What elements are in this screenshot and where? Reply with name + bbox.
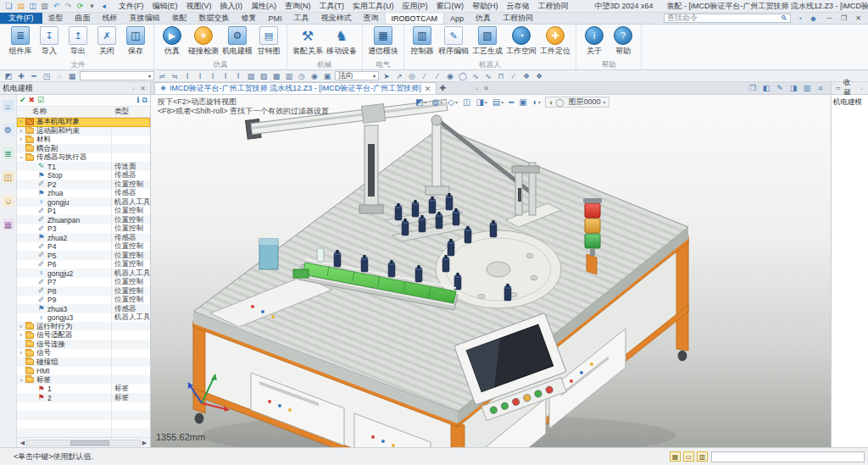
point-icon[interactable]: ◎: [407, 71, 417, 81]
new-tab-button[interactable]: ✚: [437, 82, 448, 94]
menu-item[interactable]: 视图(V): [182, 0, 216, 13]
panel-close-icon[interactable]: ✕: [138, 85, 147, 92]
dock-icon[interactable]: ❐: [748, 83, 758, 93]
add-icon[interactable]: ✚: [16, 71, 26, 81]
open-icon[interactable]: ▤: [15, 1, 26, 11]
line2-icon[interactable]: ∕: [432, 71, 442, 81]
info-icon[interactable]: ℹ: [136, 97, 139, 104]
select-icon[interactable]: ◩: [3, 71, 14, 81]
table-icon[interactable]: ▦: [67, 71, 77, 81]
normal-combo[interactable]: 法向▾: [335, 71, 379, 80]
clip-icon[interactable]: ◗▾: [532, 97, 541, 107]
ribbon-tab-数据交换[interactable]: 数据交换: [193, 13, 236, 24]
dropdown-icon[interactable]: ▾: [86, 1, 97, 11]
ribbon-button-导入[interactable]: ↧导入: [35, 25, 64, 59]
menu-item[interactable]: 查询(N): [281, 0, 315, 13]
status-input[interactable]: [711, 451, 865, 462]
slash-icon[interactable]: ∕: [509, 71, 519, 81]
ribbon-button-装配关系[interactable]: ⚒装配关系: [291, 25, 325, 59]
list-icon[interactable]: ▥: [802, 83, 812, 93]
menu-item[interactable]: 云存储: [503, 0, 534, 13]
menu-item[interactable]: 编辑(E): [148, 0, 182, 13]
snap3-icon[interactable]: Ⅰ: [208, 71, 218, 81]
ribbon-button-工件定位[interactable]: ✚工件定位: [538, 25, 572, 59]
box1-icon[interactable]: ▧: [246, 71, 256, 81]
target-icon[interactable]: ◉: [309, 71, 320, 81]
expand-arrow-icon[interactable]: ›: [17, 350, 25, 357]
ribbon-tab-修复[interactable]: 修复: [236, 13, 263, 24]
spline-icon[interactable]: ∿: [470, 71, 481, 81]
snap2-icon[interactable]: Ⅰ: [195, 71, 205, 81]
file-tab[interactable]: 文件(F): [0, 13, 42, 24]
ribbon-tab-曲面[interactable]: 曲面: [70, 13, 97, 24]
leaf2-icon[interactable]: ❖: [534, 71, 544, 81]
verify-icon[interactable]: ☑: [37, 97, 44, 104]
tabgroup-close-icon[interactable]: ✕: [481, 85, 491, 92]
ribbon-button-控制器[interactable]: ▥控制器: [408, 25, 437, 59]
ribbon-tab-App[interactable]: App: [444, 13, 470, 24]
menu-item[interactable]: 插入(I): [216, 0, 248, 13]
fav-restore-icon[interactable]: ▫: [857, 85, 866, 92]
ribbon-button-关于[interactable]: i关于: [580, 25, 609, 59]
close-icon[interactable]: ✕: [851, 14, 865, 22]
menu-item[interactable]: 工具(T): [315, 0, 349, 13]
restore-icon[interactable]: ❐: [837, 14, 851, 22]
display-icon[interactable]: ▤▾: [492, 97, 504, 107]
pointer-icon[interactable]: ➤: [381, 71, 392, 81]
wave-icon[interactable]: ∿: [483, 71, 493, 81]
tree-row[interactable]: ⚑2标签: [17, 394, 150, 403]
snap4-icon[interactable]: Ⅰ: [220, 71, 231, 81]
menu-item[interactable]: 工程协同: [534, 0, 573, 13]
view-manager-icon[interactable]: ▦: [3, 219, 14, 230]
ribbon-tab-仿真[interactable]: 仿真: [470, 13, 497, 24]
ribbon-button-关闭[interactable]: ✗关闭: [92, 25, 121, 59]
orient-icon[interactable]: ◇▾: [448, 97, 458, 107]
scroll-right-icon[interactable]: ▶: [141, 440, 148, 446]
ribbon-button-组件库[interactable]: ≣组件库: [6, 25, 35, 59]
menu-item[interactable]: 属性(A): [247, 0, 281, 13]
print-icon[interactable]: ▥: [39, 1, 50, 11]
ribbon-tab-装配[interactable]: 装配: [166, 13, 193, 24]
pen-icon[interactable]: ↗: [394, 71, 404, 81]
ribbon-button-仿真[interactable]: ▶仿真: [158, 25, 186, 59]
ribbon-button-程序编辑[interactable]: ✎程序编辑: [437, 25, 470, 59]
expand-arrow-icon[interactable]: ›: [17, 324, 25, 330]
expand-arrow-icon[interactable]: ›: [17, 136, 25, 143]
expand-arrow-icon[interactable]: ›: [17, 128, 25, 135]
ribbon-tab-PMI[interactable]: PMI: [263, 13, 288, 24]
render-style-icon[interactable]: ◍▾: [431, 97, 442, 107]
shade-icon[interactable]: ◨: [788, 83, 798, 93]
column-type[interactable]: 类型: [112, 107, 129, 117]
menu-item[interactable]: 应用(P): [398, 0, 432, 13]
prompt-toggle-icon[interactable]: ▭: [683, 451, 694, 462]
expand-arrow-icon[interactable]: ›: [18, 154, 25, 162]
layer-selector[interactable]: ◐◯ 图层0000 ▾: [545, 97, 610, 108]
assembly-manager-icon[interactable]: ⚙: [3, 124, 14, 136]
ribbon-button-移动设备[interactable]: ♞移动设备: [325, 25, 359, 59]
scroll-thumb[interactable]: [70, 440, 109, 446]
ribbon-button-通信模块[interactable]: ▦通信模块: [366, 25, 400, 59]
plane-display-icon[interactable]: ▣: [519, 97, 526, 107]
command-search-input[interactable]: 查找命令 🔍︎: [664, 14, 791, 23]
section-icon[interactable]: ◫: [463, 97, 470, 107]
ribbon-button-甘特图[interactable]: ▤甘特图: [254, 25, 283, 59]
panel-pin-icon[interactable]: ▫: [129, 85, 138, 92]
detach-icon[interactable]: ⧉: [142, 97, 147, 104]
scroll-left-icon[interactable]: ◀: [19, 440, 26, 446]
tabgroup-restore-icon[interactable]: ▫: [472, 85, 481, 92]
window-pick-icon[interactable]: ◳: [42, 71, 52, 81]
minimize-icon[interactable]: ─: [822, 14, 837, 22]
snap5-icon[interactable]: Ⅰ: [233, 71, 243, 81]
user-manager-icon[interactable]: ☺: [3, 195, 14, 207]
save-icon[interactable]: ◫: [27, 1, 38, 11]
style-icon[interactable]: ◧: [761, 83, 771, 93]
box4-icon[interactable]: ▥: [284, 71, 294, 81]
fav-pin-icon[interactable]: ≂: [833, 85, 843, 92]
menu-item[interactable]: 帮助(H): [468, 0, 503, 13]
grid-toggle-icon[interactable]: ▦: [670, 451, 681, 462]
ribbon-tab-视觉样式[interactable]: 视觉样式: [315, 13, 358, 24]
ribbon-tab-工程协同[interactable]: 工程协同: [497, 13, 539, 24]
undo-icon[interactable]: ↶: [51, 1, 62, 11]
filter-combo[interactable]: ▾: [80, 71, 154, 80]
account-icon[interactable]: ☻: [808, 14, 819, 24]
